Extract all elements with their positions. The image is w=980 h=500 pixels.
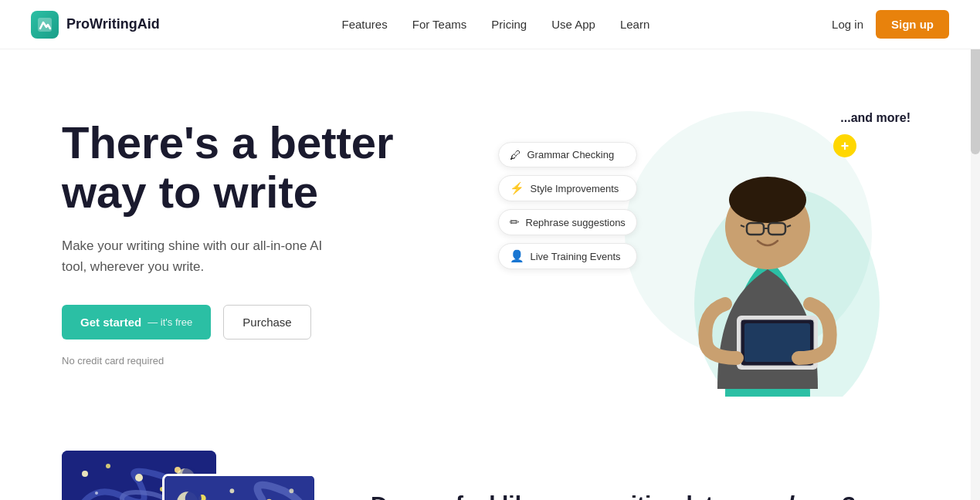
nav-for-teams[interactable]: For Teams xyxy=(412,18,467,31)
nav-use-app[interactable]: Use App xyxy=(551,18,595,31)
style-icon: ⚡ xyxy=(510,181,524,195)
navbar-actions: Log in Sign up xyxy=(832,10,949,39)
nav-learn[interactable]: Learn xyxy=(620,18,649,31)
hero-illustration: ...and more! + 🖊 Grammar Checking ⚡ Styl… xyxy=(490,96,919,389)
nav-features[interactable]: Features xyxy=(342,18,388,31)
section-two-title: Do you feel like your writing lets you d… xyxy=(371,489,918,500)
svg-point-26 xyxy=(229,488,234,493)
login-button[interactable]: Log in xyxy=(832,18,863,31)
chip-rephrase: ✏ Rephrase suggestions xyxy=(498,209,637,235)
chip-style: ⚡ Style Improvements xyxy=(498,175,637,201)
svg-point-15 xyxy=(106,464,110,468)
svg-point-19 xyxy=(95,492,98,495)
navbar: ProWritingAid Features For Teams Pricing… xyxy=(0,0,980,49)
section-images: My idea in my head xyxy=(62,451,324,500)
plus-icon: + xyxy=(833,134,856,157)
image-card-front xyxy=(162,474,317,500)
rephrase-icon: ✏ xyxy=(510,215,520,229)
logo-link[interactable]: ProWritingAid xyxy=(31,11,160,39)
section-two-content: Do you feel like your writing lets you d… xyxy=(371,489,918,500)
hero-section: There's a better way to write Make your … xyxy=(0,49,980,420)
hero-title: There's a better way to write xyxy=(62,118,490,217)
no-credit-text: No credit card required xyxy=(62,355,490,367)
hero-person-illustration xyxy=(640,96,895,397)
nav-links: Features For Teams Pricing Use App Learn xyxy=(342,18,650,32)
feature-chips: 🖊 Grammar Checking ⚡ Style Improvements … xyxy=(498,142,637,269)
get-started-button[interactable]: Get started — it's free xyxy=(62,305,211,340)
logo-text: ProWritingAid xyxy=(66,16,160,32)
hero-subtitle: Make your writing shine with our all-in-… xyxy=(62,235,340,277)
nav-pricing[interactable]: Pricing xyxy=(491,18,527,31)
scrollbar[interactable] xyxy=(971,0,980,500)
grammar-icon: 🖊 xyxy=(510,148,521,161)
chip-training: 👤 Live Training Events xyxy=(498,243,637,269)
free-tag: — it's free xyxy=(148,316,192,328)
purchase-button[interactable]: Purchase xyxy=(223,305,310,340)
svg-point-14 xyxy=(82,471,88,477)
svg-point-28 xyxy=(289,488,293,493)
hero-content: There's a better way to write Make your … xyxy=(62,118,490,367)
chip-grammar: 🖊 Grammar Checking xyxy=(498,142,637,167)
svg-point-16 xyxy=(135,474,143,481)
signup-button[interactable]: Sign up xyxy=(876,10,949,39)
section-two: My idea in my head Do you feel like your… xyxy=(0,420,980,500)
svg-point-3 xyxy=(729,177,806,223)
training-icon: 👤 xyxy=(510,249,524,263)
hero-buttons: Get started — it's free Purchase xyxy=(62,305,490,340)
logo-icon xyxy=(31,11,59,39)
